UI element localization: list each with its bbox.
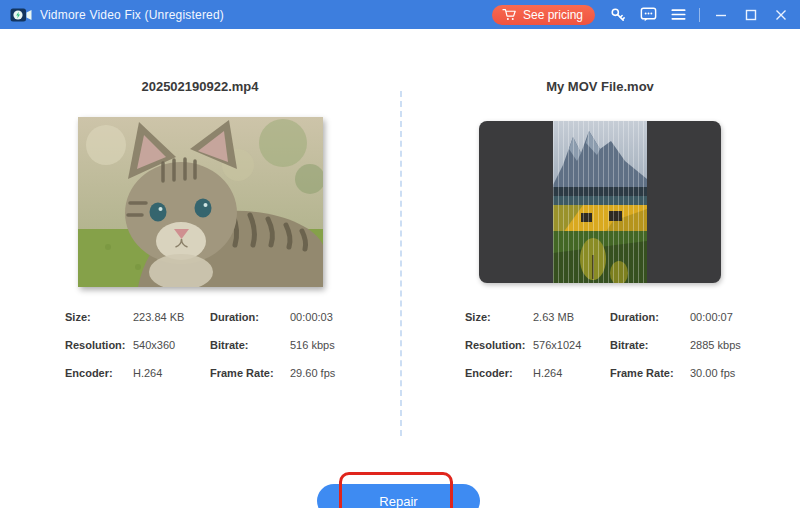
app-camcorder-icon — [10, 7, 32, 23]
see-pricing-button[interactable]: See pricing — [492, 5, 595, 25]
see-pricing-label: See pricing — [523, 8, 583, 22]
close-button[interactable] — [766, 3, 796, 27]
title-bar: Vidmore Video Fix (Unregistered) See pri… — [0, 0, 800, 29]
sample-thumb-row — [400, 117, 800, 287]
meta-value: 223.84 KB — [133, 311, 210, 323]
meta-value: 00:00:07 — [690, 311, 755, 323]
meta-label: Frame Rate: — [210, 367, 290, 379]
register-key-icon[interactable] — [605, 4, 631, 26]
app-window: Vidmore Video Fix (Unregistered) See pri… — [0, 0, 800, 508]
portrait-video-frame — [553, 121, 647, 283]
maximize-button[interactable] — [736, 3, 766, 27]
meta-value: 2.63 MB — [533, 311, 610, 323]
meta-label: Resolution: — [65, 339, 133, 351]
meta-value: 29.60 fps — [290, 367, 355, 379]
minimize-button[interactable] — [706, 3, 736, 27]
meta-value: 30.00 fps — [690, 367, 755, 379]
corruption-stripes-overlay — [553, 121, 647, 283]
meta-label: Bitrate: — [210, 339, 290, 351]
meta-label: Duration: — [210, 311, 290, 323]
meta-value: 576x1024 — [533, 339, 610, 351]
meta-value: 516 kbps — [290, 339, 355, 351]
meta-label: Bitrate: — [610, 339, 690, 351]
meta-value: H.264 — [533, 367, 610, 379]
meta-label: Duration: — [610, 311, 690, 323]
titlebar-separator — [699, 8, 700, 22]
source-thumb-row — [0, 117, 400, 287]
meta-label: Size: — [65, 311, 133, 323]
meta-value: 540x360 — [133, 339, 210, 351]
panel-divider — [400, 91, 402, 436]
sample-file-name: My MOV File.mov — [400, 79, 800, 94]
menu-icon[interactable] — [665, 4, 691, 26]
sample-meta-table: Size: 2.63 MB Duration: 00:00:07 Resolut… — [465, 311, 755, 379]
source-meta-table: Size: 223.84 KB Duration: 00:00:03 Resol… — [65, 311, 355, 379]
panel-sample-video: My MOV File.mov — [400, 29, 800, 379]
meta-label: Encoder: — [65, 367, 133, 379]
meta-value: 2885 kbps — [690, 339, 755, 351]
source-video-preview — [78, 117, 323, 287]
repair-button[interactable]: Repair — [317, 484, 480, 508]
meta-value: H.264 — [133, 367, 210, 379]
meta-value: 00:00:03 — [290, 311, 355, 323]
window-title: Vidmore Video Fix (Unregistered) — [40, 8, 224, 22]
meta-label: Frame Rate: — [610, 367, 690, 379]
main-content: 202502190922.mp4 — [0, 29, 800, 508]
meta-label: Resolution: — [465, 339, 533, 351]
cart-icon — [502, 8, 517, 21]
meta-label: Size: — [465, 311, 533, 323]
meta-label: Encoder: — [465, 367, 533, 379]
feedback-chat-icon[interactable] — [635, 4, 661, 26]
source-file-name: 202502190922.mp4 — [0, 79, 400, 94]
panel-source-video: 202502190922.mp4 — [0, 29, 400, 379]
sample-video-preview — [479, 121, 721, 283]
